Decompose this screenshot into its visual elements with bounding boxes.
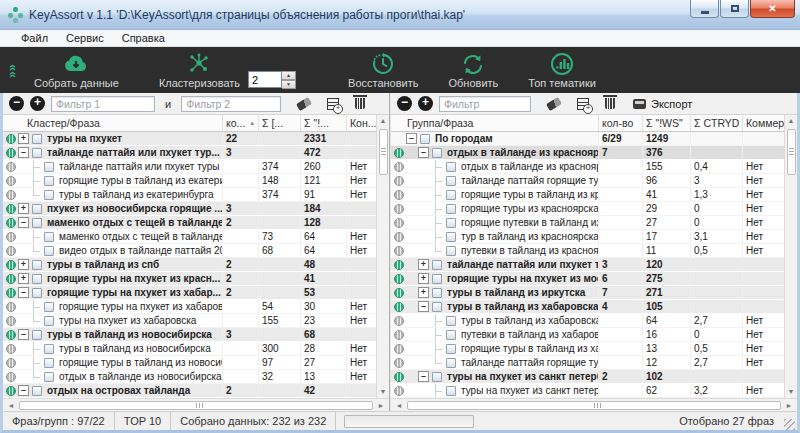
row-checkbox[interactable] <box>44 190 54 200</box>
phrase-row[interactable]: туры в тайланд из екатеринбурга37491Нет <box>3 188 376 202</box>
add-to-table-button[interactable] <box>577 98 589 110</box>
row-checkbox[interactable] <box>32 288 42 298</box>
clear-filter-button[interactable] <box>547 100 561 108</box>
row-checkbox[interactable] <box>32 148 42 158</box>
export-button[interactable]: Экспорт <box>633 98 692 110</box>
group-row[interactable]: –туры в тайланд из хабаровска4105 <box>391 300 784 314</box>
delete-button[interactable] <box>605 98 615 109</box>
left-table-header[interactable]: Кластер/Фразако...▲Σ [...Σ "!...Кон... <box>3 115 389 132</box>
group-row[interactable]: –отдых в тайланде из красноярска7376 <box>391 146 784 160</box>
row-checkbox[interactable] <box>44 372 54 382</box>
top-topics-button[interactable]: Топ тематики <box>528 49 596 90</box>
column-header-name[interactable]: Кластер/Фраза <box>3 117 222 129</box>
column-header[interactable]: Σ "!WS" <box>642 115 690 131</box>
left-horizontal-scrollbar[interactable]: ◄ ► <box>3 398 389 411</box>
row-checkbox[interactable] <box>32 386 42 396</box>
menu-item-0[interactable]: Файл <box>12 32 57 44</box>
collapse-box-icon[interactable]: – <box>18 385 29 396</box>
row-checkbox[interactable] <box>446 190 456 200</box>
phrase-row[interactable]: горящие путевки в тайланд из кр...270Нет <box>391 216 784 230</box>
remove-filter-button[interactable]: − <box>397 96 412 111</box>
group-row[interactable]: +туры в тайланд из спб248 <box>3 258 376 272</box>
scroll-left-icon[interactable]: ◄ <box>393 402 405 409</box>
row-checkbox[interactable] <box>446 316 456 326</box>
row-checkbox[interactable] <box>446 386 456 396</box>
phrase-row[interactable]: горящие туры в тайланд из новосиб...9727… <box>3 356 376 370</box>
row-checkbox[interactable] <box>446 358 456 368</box>
add-to-table-button[interactable] <box>327 98 339 110</box>
phrase-row[interactable]: горящие туры на пхукет из хабаров...5430… <box>3 300 376 314</box>
phrase-row[interactable]: туры на пхукет из хабаровска15523Нет <box>3 314 376 328</box>
group-row[interactable]: –туры в тайланд из новосибирска368 <box>3 328 376 342</box>
phrase-row[interactable]: туры в тайланд из новосибирска30028Нет <box>3 342 376 356</box>
row-checkbox[interactable] <box>44 176 54 186</box>
phrase-row[interactable]: горящие туры в тайланд из красн...411,3Н… <box>391 188 784 202</box>
scroll-down-icon[interactable]: ▼ <box>788 386 795 398</box>
expand-box-icon[interactable]: + <box>418 273 429 284</box>
scroll-thumb[interactable] <box>19 401 373 410</box>
column-header[interactable]: Коммер. <box>742 115 784 131</box>
row-checkbox[interactable] <box>446 232 456 242</box>
group-row[interactable]: +горящие туры на пхукет из красн...241 <box>3 272 376 286</box>
group-row[interactable]: –горящие туры на пхукет из хабар...253 <box>3 286 376 300</box>
phrase-row[interactable]: отдых в тайланде из новосибирска ...3213… <box>3 370 376 384</box>
group-row[interactable]: +туры в тайланд из иркутска7271 <box>391 286 784 300</box>
row-checkbox[interactable] <box>446 246 456 256</box>
phrase-row[interactable]: горящие туры в тайланд из хабар...130,5Н… <box>391 342 784 356</box>
filter1-input[interactable] <box>51 96 155 112</box>
row-checkbox[interactable] <box>32 274 42 284</box>
phrase-row[interactable]: тайланде паттайя горящие туры ...963Нет <box>391 174 784 188</box>
row-checkbox[interactable] <box>44 162 54 172</box>
add-filter-button[interactable]: + <box>418 96 433 111</box>
phrase-row[interactable]: тайланде паттайя горящие туры ...122,7Не… <box>391 356 784 370</box>
left-vertical-scrollbar[interactable]: ▲ ▼ <box>376 115 389 398</box>
restore-button[interactable]: Восстановить <box>348 49 418 90</box>
scroll-right-icon[interactable]: ► <box>375 402 387 409</box>
expand-box-icon[interactable]: + <box>18 273 29 284</box>
collapse-box-icon[interactable]: – <box>18 329 29 340</box>
right-horizontal-scrollbar[interactable]: ◄ ► <box>391 398 797 411</box>
row-checkbox[interactable] <box>432 148 442 158</box>
phrase-row[interactable]: маменко отдых с тещей в тайланде7364Нет <box>3 230 376 244</box>
column-header[interactable]: Σ "!... <box>300 115 346 131</box>
scroll-thumb[interactable] <box>787 129 796 175</box>
menu-item-1[interactable]: Сервис <box>57 32 113 44</box>
row-checkbox[interactable] <box>44 232 54 242</box>
expand-box-icon[interactable]: + <box>418 259 429 270</box>
filter2-input[interactable] <box>181 96 281 112</box>
group-row[interactable]: –По городам6/291249 <box>391 132 784 146</box>
spinner-down-button[interactable]: ▼ <box>282 80 296 89</box>
phrase-row[interactable]: горящие туры из красноярска в т...290Нет <box>391 202 784 216</box>
column-header[interactable]: ко...▲ <box>222 115 258 131</box>
phrase-row[interactable]: тур в тайланд из красноярска173,1Нет <box>391 230 784 244</box>
row-checkbox[interactable] <box>44 302 54 312</box>
row-checkbox[interactable] <box>446 218 456 228</box>
row-checkbox[interactable] <box>44 358 54 368</box>
column-header[interactable]: Σ CTRYD <box>690 115 742 131</box>
group-row[interactable]: –тайланде паттайя или пхукет тур...3472 <box>3 146 376 160</box>
row-checkbox[interactable] <box>446 344 456 354</box>
expand-box-icon[interactable]: + <box>18 203 29 214</box>
row-checkbox[interactable] <box>32 204 42 214</box>
phrase-row[interactable]: путевки в тайланд из красноярска110,5Нет <box>391 244 784 258</box>
refresh-button[interactable]: Обновить <box>448 49 498 90</box>
maximize-button[interactable] <box>720 0 749 18</box>
row-checkbox[interactable] <box>446 162 456 172</box>
add-filter-button[interactable]: + <box>30 96 45 111</box>
phrase-row[interactable]: туры на пхукет из санкт петербурга623,2Н… <box>391 384 784 398</box>
row-checkbox[interactable] <box>32 134 42 144</box>
row-checkbox[interactable] <box>432 260 442 270</box>
collapse-toolbar-icon[interactable]: «« <box>4 49 20 90</box>
spinner-up-button[interactable]: ▲ <box>282 71 296 80</box>
row-checkbox[interactable] <box>446 204 456 214</box>
phrase-row[interactable]: туры в тайланд из хабаровска642,7Нет <box>391 314 784 328</box>
group-row[interactable]: +пхукет из новосибирска горящие ...3184 <box>3 202 376 216</box>
group-row[interactable]: +горящие туры на пхукет из мос...6275 <box>391 272 784 286</box>
right-vertical-scrollbar[interactable]: ▲ ▼ <box>784 115 797 398</box>
scroll-up-icon[interactable]: ▲ <box>788 115 795 127</box>
collapse-box-icon[interactable]: – <box>418 147 429 158</box>
collect-data-button[interactable]: Собрать данные <box>34 49 119 90</box>
group-row[interactable]: –туры на пхукет из санкт петерб...2102 <box>391 370 784 384</box>
right-table-header[interactable]: Группа/Фразакол-воΣ "!WS"Σ CTRYDКоммер. <box>391 115 797 132</box>
row-checkbox[interactable] <box>420 134 430 144</box>
